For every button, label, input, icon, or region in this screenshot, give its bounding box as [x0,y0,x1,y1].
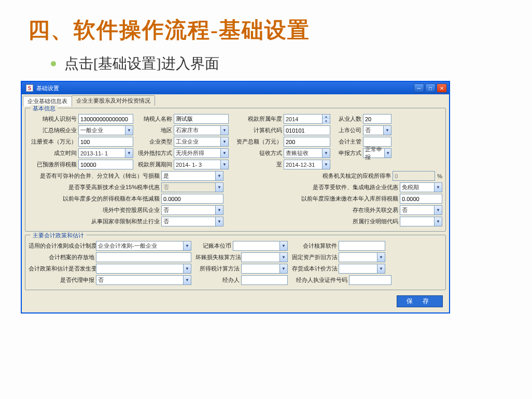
app-icon: S [26,84,33,92]
chevron-down-icon: ▼ [215,183,223,192]
window-title: 基础设置 [36,84,59,92]
label-prev-credit: 以前年度多交的所得税额在本年抵减额 [29,195,161,203]
maximize-button[interactable]: □ [425,83,436,93]
label-period-to: 至 [233,161,284,168]
label-is-agent: 是否代理申报 [29,276,96,284]
select-dep-method[interactable]: ▼ [339,252,385,262]
select-region[interactable]: 石家庄市▼ [174,125,229,135]
select-foreign-trade[interactable]: 否▼ [400,205,442,215]
select-acct-system[interactable]: 企业会计准则-一般企业▼ [96,241,191,251]
select-hitech: 否▼ [161,182,223,192]
slide-title: 四、软件操作流程-基础设置 [28,16,516,45]
chevron-down-icon: ▼ [434,183,442,192]
chevron-down-icon: ▼ [183,276,191,284]
select-foreign-credit[interactable]: 无境外所得▼ [174,148,229,158]
chevron-down-icon: ▼ [279,241,287,250]
input-prev-credit[interactable] [161,194,223,204]
chevron-down-icon: ▼ [279,253,287,262]
select-inv-cost[interactable]: ▼ [339,264,385,274]
input-prepaid[interactable] [78,160,133,169]
chevron-down-icon: ▼ [125,149,133,158]
input-agent-cert[interactable] [349,275,391,285]
select-merge-loss[interactable]: 是▼ [161,171,223,181]
input-reg-capital[interactable] [78,137,133,147]
label-agent-cert: 经办人执业证件号码 [292,276,349,284]
select-ent-type[interactable]: 工业企业▼ [174,137,229,147]
foreign-trade-value: 否 [402,206,408,214]
select-software[interactable]: 免税期▼ [400,182,442,192]
label-employees: 从业人数 [334,115,363,123]
label-ent-type: 企业类型 [137,138,174,146]
tax-year-value: 2014 [286,116,298,122]
label-agent: 经办人 [195,276,241,284]
select-declare-method[interactable]: 正常申报▼ [363,148,391,158]
input-agent[interactable] [241,275,288,285]
label-foreign-credit: 境外抵扣方式 [137,149,174,157]
chevron-down-icon: ▼ [220,149,228,158]
label-tax-period: 税款所属期间 [137,161,174,168]
ent-type-value: 工业企业 [176,138,199,146]
chevron-down-icon: ▼ [383,126,391,135]
input-found-date[interactable]: 2013-11- 1▼ [78,148,133,158]
chevron-down-icon: ▼ [215,206,223,215]
label-total-assets: 资产总额（万元） [233,138,284,146]
label-hitech: 是否享受高新技术企业15%税率优惠 [29,183,161,191]
merge-loss-value: 是 [163,172,169,180]
input-tax-year[interactable]: 2014 ▲▼ [284,114,330,124]
label-region: 地区 [137,126,174,134]
label-merge-loss: 是否有可弥补的合并、分立转入（转出）亏损额 [29,172,161,180]
input-employees[interactable] [363,114,391,124]
is-agent-value: 否 [98,276,104,284]
label-ind-detail: 所属行业明细代码 [296,218,400,225]
chevron-down-icon: ▼ [322,149,330,158]
label-acct-sw: 会计核算软件 [292,242,339,250]
label-tax-calc-method: 所得税计算方法 [195,265,241,273]
label-consol-ent: 汇总纳税企业 [29,126,78,134]
input-total-assets[interactable] [284,137,330,147]
input-tax-period-from[interactable]: 2014- 1- 3▼ [174,160,229,169]
input-taxpayer-name[interactable] [174,114,229,124]
window-titlebar[interactable]: S 基础设置 ─ □ ✕ [22,82,449,94]
spinner-down-icon[interactable]: ▼ [322,119,330,124]
input-tax-period-to[interactable]: 2014-12-31▼ [284,160,330,169]
chevron-down-icon: ▼ [377,264,385,273]
select-consol-ent[interactable]: 一般企业▼ [78,125,133,135]
label-taxpayer-id: 纳税人识别号 [29,115,78,123]
select-collect-method[interactable]: 查账征收▼ [284,148,330,158]
label-reg-capital: 注册资本（万元） [29,138,78,146]
declare-method-value: 正常申报 [365,146,384,161]
select-tax-calc-method[interactable]: ▼ [241,264,288,274]
select-baddebt[interactable]: ▼ [241,252,288,262]
input-acct-sw[interactable] [339,241,385,251]
select-is-agent[interactable]: 否▼ [96,275,191,285]
fieldset-basic: 基本信息 纳税人识别号 纳税人名称 税款所属年度 2014 ▲▼ [25,108,446,232]
select-base-ccy[interactable]: ▼ [233,241,288,251]
save-button[interactable]: 保 存 [397,295,443,307]
tab-shareholder[interactable]: 企业主要股东及对外投资情况 [72,95,155,106]
settings-window: S 基础设置 ─ □ ✕ 企业基础信息表 企业主要股东及对外投资情况 基本信息 … [21,81,450,314]
minimize-button[interactable]: ─ [414,83,424,93]
label-found-date: 成立时间 [29,149,78,157]
input-pc-code[interactable] [284,125,330,135]
input-prev-owe[interactable] [400,194,442,204]
close-button[interactable]: ✕ [437,83,447,93]
chevron-down-icon: ▼ [220,160,228,169]
label-prev-owe: 以前年度应缴未缴在本年入库所得税额 [296,195,400,203]
chevron-down-icon: ▼ [434,217,442,226]
chevron-down-icon: ▼ [384,149,391,158]
input-archive-loc[interactable] [96,252,191,262]
consol-ent-value: 一般企业 [80,126,103,134]
select-foreign-ctrl[interactable]: 否▼ [161,205,223,215]
chevron-down-icon: ▼ [183,264,191,273]
select-listed[interactable]: 否▼ [363,125,391,135]
select-policy-change[interactable]: ▼ [96,264,191,274]
label-base-ccy: 记账本位币 [195,242,233,250]
spinner-up-icon[interactable]: ▲ [322,115,330,119]
label-acct-mgr: 会计主管 [334,138,363,146]
chevron-down-icon: ▼ [183,241,191,250]
label-dep-method: 固定资产折旧方法 [292,253,339,261]
select-restrict-ind[interactable]: 否▼ [161,217,223,226]
select-ind-detail[interactable]: ▼ [400,217,442,226]
input-taxpayer-id[interactable] [78,114,133,124]
chevron-down-icon: ▼ [215,217,223,226]
